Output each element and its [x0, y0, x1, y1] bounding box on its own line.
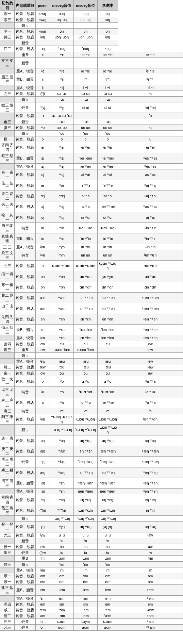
table-cell: ˈi ʷi: [74, 74, 98, 85]
table-row: 支三 支三翘舌: [0, 57, 183, 68]
table-cell: 萧四: [0, 341, 15, 347]
table-cell: ɯm: [50, 556, 74, 561]
table-cell: am: [118, 573, 183, 579]
table-row: 盐三 盐三重B、翘舌εmˈiεmˈiεmˈiemˠem: [0, 585, 183, 595]
table-cell: ˈɜm: [50, 607, 74, 613]
table-cell: ew: [118, 341, 183, 347]
table-cell: uo uo: [74, 125, 98, 130]
table-cell: ʷiij: [50, 85, 74, 90]
table-cell: ei ʷei: [98, 142, 118, 153]
table-cell: o: [36, 261, 50, 271]
table-cell: ie ʷie: [74, 68, 98, 74]
table-cell: 钝音、锐音: [15, 601, 36, 607]
table-cell: ˈiæŋ ʲˈiæŋ: [74, 457, 98, 467]
table-cell: ʷæ: [50, 180, 74, 191]
table-cell: 钝音: [15, 250, 36, 260]
table-cell: ˈiεn ʲˈiεn: [74, 325, 98, 335]
table-cell: (ʰ)i: [36, 90, 50, 96]
table-cell: 钝音、锐音: [15, 169, 36, 180]
table-cell: uoŋ ˈuoŋ: [74, 34, 98, 40]
table-cell: oj: [36, 212, 50, 222]
table-cell: ɑi ʷɑi: [98, 212, 118, 222]
table-row: 谈一钝音、锐音omɑmɑmɑmam: [0, 579, 183, 585]
table-cell: ɔu: [50, 370, 74, 376]
table-cell: 钝音、锐音: [15, 191, 36, 201]
table-cell: ˠem: [118, 585, 183, 595]
table-cell: ʲowŋ: [36, 17, 50, 22]
table-cell: ˠem: [118, 595, 183, 601]
table-row: 重A、锐音ijʷiiji ʷii ʷiˠi ʷi: [0, 85, 183, 90]
table-cell: ˈem: [98, 607, 118, 613]
table-cell: uŋ ˈuŋ: [50, 17, 74, 22]
table-cell: ɯm: [74, 556, 98, 561]
table-cell: ɛj: [36, 153, 50, 163]
table-cell: eu: [98, 341, 118, 347]
table-cell: 幽三: [0, 550, 15, 556]
table-cell: ʷon: [50, 282, 74, 292]
table-cell: 重B、翘舌: [15, 585, 36, 595]
table-cell: əŋ ʷəŋ: [118, 522, 183, 532]
table-cell: [118, 561, 183, 567]
table-cell: iŋ ʷiŋ: [118, 505, 183, 515]
table-cell: u ˈu: [50, 532, 74, 538]
table-cell: 重B、翘舌: [15, 325, 36, 335]
table-cell: 钝音、锐音: [15, 414, 36, 424]
table-cell: ˈɯɔŋ ʷˈɯɔŋ: [50, 425, 74, 435]
table-cell: ʷen: [50, 314, 74, 324]
table-cell: ʷɯoŋ ɯɔŋ ɔŋ: [50, 414, 74, 424]
table-cell: [36, 130, 50, 136]
table-cell: 钝音、翘舌: [15, 467, 36, 478]
table-cell: uɑm: [98, 625, 118, 630]
table-cell: ʲew: [118, 359, 183, 364]
table-cell: 模一: [0, 136, 15, 142]
table-cell: aw: [118, 544, 183, 550]
table-cell: ˈɜ ʷʷɜ: [74, 180, 98, 191]
table-cell: 庚三 庚三: [0, 457, 15, 467]
table-cell: ou: [50, 544, 74, 550]
table-cell: ow: [36, 544, 50, 550]
table-cell: [0, 538, 15, 544]
table-cell: ʷεŋ: [50, 489, 74, 494]
table-cell: 虞三: [0, 125, 15, 130]
table-cell: 覃一: [0, 573, 15, 579]
table-row: 肴二钝音、翘舌æwˈɔuˈæuˈæuˠaw: [0, 364, 183, 370]
table-cell: yn ʷyn: [98, 271, 118, 282]
table-cell: em: [98, 601, 118, 607]
table-cell: 庚二 庚二: [0, 446, 15, 456]
table-cell: ˈɔu: [50, 364, 74, 370]
table-cell: ˈɯɑ ˈuɑ: [74, 387, 98, 397]
table-row: 冬一钝音、锐音woŋɔŋoŋoŋ: [0, 28, 183, 34]
table-cell: ʲoŋ: [36, 414, 50, 424]
table-row: 重A、锐音ˈεŋʷεŋiæŋ ʷiæŋiæŋ ʷiæŋˠeŋ ʷˠeŋ: [0, 489, 183, 494]
table-cell: ien ʷien: [98, 335, 118, 341]
table-cell: en: [36, 314, 50, 324]
table-cell: ow: [36, 370, 50, 376]
table-cell: ˠen ʷˠen: [118, 314, 183, 324]
table-cell: ɯŋ ʷɯŋ: [74, 505, 98, 515]
table-cell: 盐三 盐三: [0, 585, 15, 595]
table-cell: ym: [74, 573, 98, 579]
table-cell: ij: [36, 85, 50, 90]
table-row: 翘舌: [0, 353, 183, 359]
table-cell: 东一: [0, 11, 15, 17]
table-cell: ɯ ˈɯ ɯ ˈɯ: [50, 113, 74, 119]
table-cell: [118, 516, 183, 522]
table-cell: in: [36, 233, 50, 244]
table-cell: ʷin: [50, 233, 74, 244]
table-cell: iæu: [74, 359, 98, 364]
table-cell: ˈin ʷˈin: [74, 233, 98, 244]
table-cell: 尤三: [0, 532, 15, 538]
table-row: 侯一钝音、锐音owouououaw: [0, 544, 183, 550]
table-cell: [74, 22, 98, 28]
table-cell: aj: [36, 201, 50, 212]
table-cell: as ʷas: [118, 169, 183, 180]
table-row: 鱼三翘舌ˈɯˠˈɯˠˈɯˠ: [0, 119, 183, 125]
table-cell: ˠen ʷˠen: [118, 335, 183, 341]
table-cell: 重A、锐音: [15, 163, 36, 169]
table-cell: ˈeuŋ: [74, 46, 98, 52]
table-cell: uɑm: [74, 625, 98, 630]
table-row: 宵三重Bεwɯæu ˈiæuɯæu ˈiæuʲew: [0, 347, 183, 352]
table-cell: ˈiæŋ ʲˈiæŋ: [98, 478, 118, 488]
table-cell: ʲuŋ: [98, 17, 118, 22]
table-cell: [0, 40, 15, 46]
